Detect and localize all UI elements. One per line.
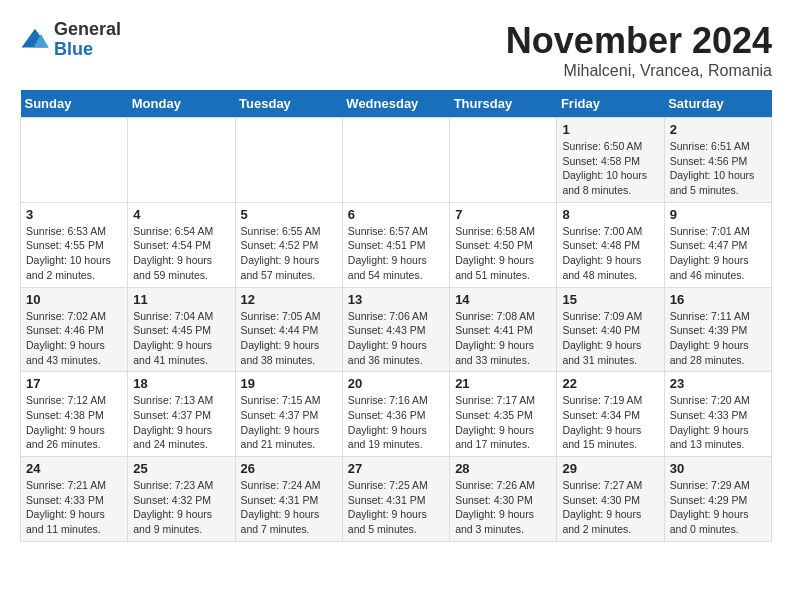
day-info: Sunrise: 7:17 AMSunset: 4:35 PMDaylight:… [455,393,551,452]
day-info: Sunrise: 6:51 AMSunset: 4:56 PMDaylight:… [670,139,766,198]
weekday-header-row: SundayMondayTuesdayWednesdayThursdayFrid… [21,90,772,118]
logo: General Blue [20,20,121,60]
calendar-cell: 12Sunrise: 7:05 AMSunset: 4:44 PMDayligh… [235,287,342,372]
day-info: Sunrise: 7:02 AMSunset: 4:46 PMDaylight:… [26,309,122,368]
calendar-body: 1Sunrise: 6:50 AMSunset: 4:58 PMDaylight… [21,118,772,542]
calendar-cell: 21Sunrise: 7:17 AMSunset: 4:35 PMDayligh… [450,372,557,457]
day-info: Sunrise: 7:19 AMSunset: 4:34 PMDaylight:… [562,393,658,452]
calendar-week-row: 3Sunrise: 6:53 AMSunset: 4:55 PMDaylight… [21,202,772,287]
weekday-header: Thursday [450,90,557,118]
day-number: 19 [241,376,337,391]
day-number: 15 [562,292,658,307]
logo-blue: Blue [54,40,121,60]
calendar-cell: 6Sunrise: 6:57 AMSunset: 4:51 PMDaylight… [342,202,449,287]
day-info: Sunrise: 6:54 AMSunset: 4:54 PMDaylight:… [133,224,229,283]
day-info: Sunrise: 7:29 AMSunset: 4:29 PMDaylight:… [670,478,766,537]
calendar-cell: 3Sunrise: 6:53 AMSunset: 4:55 PMDaylight… [21,202,128,287]
calendar-cell: 25Sunrise: 7:23 AMSunset: 4:32 PMDayligh… [128,457,235,542]
calendar-cell: 10Sunrise: 7:02 AMSunset: 4:46 PMDayligh… [21,287,128,372]
day-number: 11 [133,292,229,307]
day-info: Sunrise: 6:58 AMSunset: 4:50 PMDaylight:… [455,224,551,283]
day-number: 16 [670,292,766,307]
page-header: General Blue November 2024 Mihalceni, Vr… [20,20,772,80]
calendar-cell: 19Sunrise: 7:15 AMSunset: 4:37 PMDayligh… [235,372,342,457]
calendar-week-row: 17Sunrise: 7:12 AMSunset: 4:38 PMDayligh… [21,372,772,457]
calendar-cell: 18Sunrise: 7:13 AMSunset: 4:37 PMDayligh… [128,372,235,457]
day-info: Sunrise: 7:06 AMSunset: 4:43 PMDaylight:… [348,309,444,368]
logo-icon [20,25,50,55]
day-number: 27 [348,461,444,476]
day-info: Sunrise: 7:11 AMSunset: 4:39 PMDaylight:… [670,309,766,368]
day-number: 3 [26,207,122,222]
logo-general: General [54,20,121,40]
calendar-cell [342,118,449,203]
day-info: Sunrise: 7:04 AMSunset: 4:45 PMDaylight:… [133,309,229,368]
calendar-cell [450,118,557,203]
day-info: Sunrise: 7:24 AMSunset: 4:31 PMDaylight:… [241,478,337,537]
day-number: 23 [670,376,766,391]
calendar-cell: 23Sunrise: 7:20 AMSunset: 4:33 PMDayligh… [664,372,771,457]
day-info: Sunrise: 7:21 AMSunset: 4:33 PMDaylight:… [26,478,122,537]
title-section: November 2024 Mihalceni, Vrancea, Romani… [506,20,772,80]
calendar-week-row: 24Sunrise: 7:21 AMSunset: 4:33 PMDayligh… [21,457,772,542]
weekday-header: Tuesday [235,90,342,118]
calendar-cell: 7Sunrise: 6:58 AMSunset: 4:50 PMDaylight… [450,202,557,287]
day-info: Sunrise: 7:27 AMSunset: 4:30 PMDaylight:… [562,478,658,537]
calendar-week-row: 10Sunrise: 7:02 AMSunset: 4:46 PMDayligh… [21,287,772,372]
day-number: 29 [562,461,658,476]
day-info: Sunrise: 7:05 AMSunset: 4:44 PMDaylight:… [241,309,337,368]
day-info: Sunrise: 6:57 AMSunset: 4:51 PMDaylight:… [348,224,444,283]
month-title: November 2024 [506,20,772,62]
weekday-header: Sunday [21,90,128,118]
weekday-header: Saturday [664,90,771,118]
calendar-cell [128,118,235,203]
day-info: Sunrise: 7:01 AMSunset: 4:47 PMDaylight:… [670,224,766,283]
calendar-cell: 15Sunrise: 7:09 AMSunset: 4:40 PMDayligh… [557,287,664,372]
calendar-cell: 28Sunrise: 7:26 AMSunset: 4:30 PMDayligh… [450,457,557,542]
calendar-cell: 1Sunrise: 6:50 AMSunset: 4:58 PMDaylight… [557,118,664,203]
day-info: Sunrise: 7:15 AMSunset: 4:37 PMDaylight:… [241,393,337,452]
day-number: 17 [26,376,122,391]
day-info: Sunrise: 7:23 AMSunset: 4:32 PMDaylight:… [133,478,229,537]
calendar-cell: 2Sunrise: 6:51 AMSunset: 4:56 PMDaylight… [664,118,771,203]
day-number: 1 [562,122,658,137]
day-number: 22 [562,376,658,391]
calendar-cell: 9Sunrise: 7:01 AMSunset: 4:47 PMDaylight… [664,202,771,287]
day-number: 21 [455,376,551,391]
calendar-cell: 13Sunrise: 7:06 AMSunset: 4:43 PMDayligh… [342,287,449,372]
day-info: Sunrise: 7:26 AMSunset: 4:30 PMDaylight:… [455,478,551,537]
day-number: 13 [348,292,444,307]
calendar-cell: 30Sunrise: 7:29 AMSunset: 4:29 PMDayligh… [664,457,771,542]
day-number: 20 [348,376,444,391]
day-number: 10 [26,292,122,307]
day-info: Sunrise: 7:13 AMSunset: 4:37 PMDaylight:… [133,393,229,452]
calendar-cell: 5Sunrise: 6:55 AMSunset: 4:52 PMDaylight… [235,202,342,287]
logo-text: General Blue [54,20,121,60]
day-number: 2 [670,122,766,137]
calendar-cell: 22Sunrise: 7:19 AMSunset: 4:34 PMDayligh… [557,372,664,457]
day-number: 28 [455,461,551,476]
weekday-header: Monday [128,90,235,118]
weekday-header: Friday [557,90,664,118]
location: Mihalceni, Vrancea, Romania [506,62,772,80]
calendar-cell: 24Sunrise: 7:21 AMSunset: 4:33 PMDayligh… [21,457,128,542]
day-info: Sunrise: 7:08 AMSunset: 4:41 PMDaylight:… [455,309,551,368]
calendar-cell: 11Sunrise: 7:04 AMSunset: 4:45 PMDayligh… [128,287,235,372]
calendar-cell [235,118,342,203]
day-number: 7 [455,207,551,222]
day-number: 30 [670,461,766,476]
calendar-cell: 17Sunrise: 7:12 AMSunset: 4:38 PMDayligh… [21,372,128,457]
day-number: 25 [133,461,229,476]
day-number: 24 [26,461,122,476]
day-info: Sunrise: 7:00 AMSunset: 4:48 PMDaylight:… [562,224,658,283]
day-number: 5 [241,207,337,222]
day-info: Sunrise: 7:20 AMSunset: 4:33 PMDaylight:… [670,393,766,452]
day-info: Sunrise: 6:53 AMSunset: 4:55 PMDaylight:… [26,224,122,283]
calendar-cell [21,118,128,203]
day-number: 18 [133,376,229,391]
calendar-cell: 20Sunrise: 7:16 AMSunset: 4:36 PMDayligh… [342,372,449,457]
calendar-cell: 16Sunrise: 7:11 AMSunset: 4:39 PMDayligh… [664,287,771,372]
day-info: Sunrise: 7:09 AMSunset: 4:40 PMDaylight:… [562,309,658,368]
day-info: Sunrise: 7:12 AMSunset: 4:38 PMDaylight:… [26,393,122,452]
calendar-cell: 29Sunrise: 7:27 AMSunset: 4:30 PMDayligh… [557,457,664,542]
